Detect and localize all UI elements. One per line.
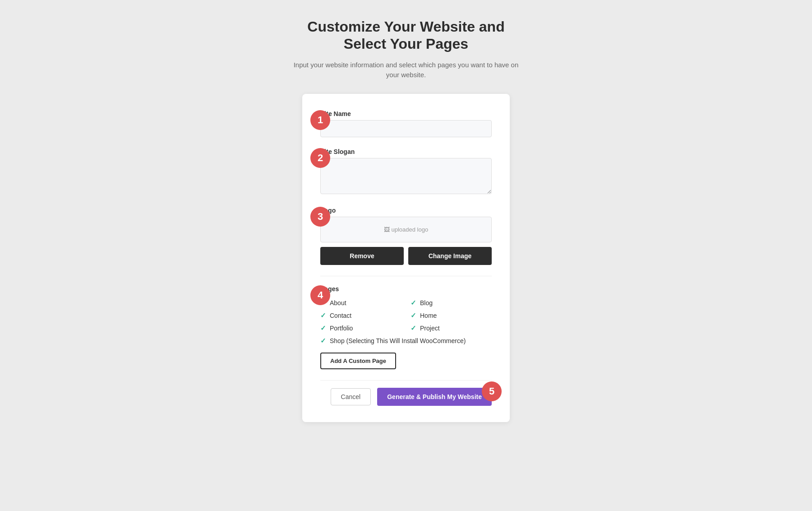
page-header: Customize Your Website and Select Your P… [293,18,519,80]
page-label-shop: Shop (Selecting This Will Install WooCom… [330,337,466,346]
page-label-project: Project [420,325,440,332]
step-badge-2: 2 [310,148,330,168]
check-icon-project: ✓ [411,324,416,332]
logo-preview-text: 🖼 uploaded logo [384,226,428,233]
site-name-input[interactable] [320,120,492,137]
page-label-blog: Blog [420,299,433,307]
site-slogan-group: 2 Site Slogan [320,148,492,196]
page-subtitle: Input your website information and selec… [293,60,519,80]
publish-button[interactable]: Generate & Publish My Website [377,388,492,406]
page-label-home: Home [420,312,437,319]
check-icon-shop: ✓ [320,337,326,345]
check-icon-portfolio: ✓ [320,324,326,332]
remove-button[interactable]: Remove [320,247,404,265]
page-title: Customize Your Website and Select Your P… [293,18,519,53]
page-item-home: ✓ Home [411,311,492,320]
divider [320,276,492,276]
site-slogan-textarea[interactable] [320,158,492,194]
page-item-project: ✓ Project [411,324,492,332]
page-label-about: About [330,299,346,307]
step-badge-1: 1 [310,110,330,130]
page-item-blog: ✓ Blog [411,299,492,307]
page-item-portfolio: ✓ Portfolio [320,324,401,332]
page-label-contact: Contact [330,312,351,319]
check-icon-blog: ✓ [411,299,416,307]
site-name-group: 1 Site Name [320,110,492,137]
site-name-label: Site Name [320,110,492,117]
page-item-contact: ✓ Contact [320,311,401,320]
check-icon-home: ✓ [411,311,416,320]
step-badge-5: 5 [482,381,502,401]
change-image-button[interactable]: Change Image [408,247,492,265]
pages-label: Pages [320,285,492,293]
logo-preview: 🖼 uploaded logo [320,217,492,242]
card-footer: Cancel Generate & Publish My Website 5 [320,380,492,406]
check-icon-contact: ✓ [320,311,326,320]
logo-buttons: Remove Change Image [320,247,492,265]
add-custom-page-button[interactable]: Add A Custom Page [320,353,396,369]
cancel-button[interactable]: Cancel [331,388,371,405]
step-badge-3: 3 [310,207,330,227]
page-label-portfolio: Portfolio [330,325,353,332]
main-card: 1 Site Name 2 Site Slogan 3 Logo 🖼 uploa… [302,94,510,423]
logo-label: Logo [320,207,492,214]
logo-group: 3 Logo 🖼 uploaded logo Remove Change Ima… [320,207,492,265]
step-badge-4: 4 [310,285,330,305]
page-item-shop: ✓ Shop (Selecting This Will Install WooC… [320,337,492,346]
pages-section: 4 Pages ✓ About ✓ Blog ✓ Contact ✓ Home … [320,285,492,370]
site-slogan-label: Site Slogan [320,148,492,155]
page-item-about: ✓ About [320,299,401,307]
pages-grid: ✓ About ✓ Blog ✓ Contact ✓ Home ✓ Portfo… [320,299,492,332]
